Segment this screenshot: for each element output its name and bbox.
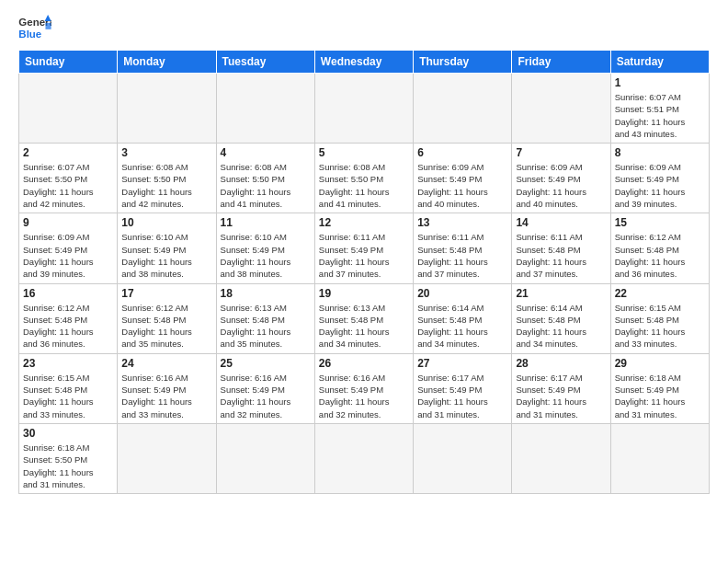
calendar-day-cell — [19, 74, 118, 144]
day-info: Sunrise: 6:10 AM Sunset: 5:49 PM Dayligh… — [121, 231, 211, 280]
calendar-day-cell — [414, 74, 512, 144]
calendar-day-cell — [512, 74, 610, 144]
calendar-week-row: 2Sunrise: 6:07 AM Sunset: 5:50 PM Daylig… — [19, 144, 710, 213]
day-number: 26 — [319, 357, 409, 370]
logo: General Blue — [18, 15, 51, 42]
calendar-day-cell: 17Sunrise: 6:12 AM Sunset: 5:48 PM Dayli… — [118, 283, 216, 353]
day-number: 27 — [417, 357, 507, 370]
day-number: 21 — [516, 287, 606, 300]
day-info: Sunrise: 6:12 AM Sunset: 5:48 PM Dayligh… — [121, 302, 211, 350]
page: General Blue SundayMondayTuesdayWednesda… — [0, 0, 728, 503]
day-number: 19 — [319, 287, 409, 300]
calendar-day-cell: 19Sunrise: 6:13 AM Sunset: 5:48 PM Dayli… — [314, 283, 413, 353]
day-info: Sunrise: 6:18 AM Sunset: 5:49 PM Dayligh… — [615, 372, 705, 420]
calendar-day-cell — [118, 423, 216, 493]
day-info: Sunrise: 6:15 AM Sunset: 5:48 PM Dayligh… — [23, 372, 113, 420]
weekday-header-row: SundayMondayTuesdayWednesdayThursdayFrid… — [19, 51, 710, 74]
calendar-day-cell: 11Sunrise: 6:10 AM Sunset: 5:49 PM Dayli… — [216, 213, 314, 283]
day-number: 28 — [516, 357, 606, 370]
calendar-day-cell: 30Sunrise: 6:18 AM Sunset: 5:50 PM Dayli… — [19, 423, 118, 493]
calendar-day-cell: 5Sunrise: 6:08 AM Sunset: 5:50 PM Daylig… — [314, 144, 413, 213]
svg-marker-3 — [45, 23, 51, 29]
calendar-day-cell — [118, 74, 216, 144]
day-number: 1 — [615, 76, 705, 89]
calendar-day-cell: 9Sunrise: 6:09 AM Sunset: 5:49 PM Daylig… — [19, 213, 118, 283]
calendar-day-cell: 7Sunrise: 6:09 AM Sunset: 5:49 PM Daylig… — [512, 144, 610, 213]
calendar-week-row: 9Sunrise: 6:09 AM Sunset: 5:49 PM Daylig… — [19, 213, 710, 283]
day-number: 3 — [121, 146, 211, 159]
calendar-week-row: 23Sunrise: 6:15 AM Sunset: 5:48 PM Dayli… — [19, 353, 710, 423]
day-number: 23 — [23, 357, 113, 370]
weekday-header-tuesday: Tuesday — [216, 51, 314, 74]
day-number: 14 — [516, 216, 606, 229]
day-number: 17 — [121, 287, 211, 300]
day-number: 22 — [615, 287, 705, 300]
weekday-header-monday: Monday — [118, 51, 216, 74]
calendar-day-cell: 21Sunrise: 6:14 AM Sunset: 5:48 PM Dayli… — [512, 283, 610, 353]
day-info: Sunrise: 6:18 AM Sunset: 5:50 PM Dayligh… — [23, 442, 113, 490]
weekday-header-saturday: Saturday — [610, 51, 709, 74]
day-info: Sunrise: 6:08 AM Sunset: 5:50 PM Dayligh… — [121, 161, 211, 210]
calendar-day-cell: 10Sunrise: 6:10 AM Sunset: 5:49 PM Dayli… — [118, 213, 216, 283]
calendar-day-cell — [216, 74, 314, 144]
day-info: Sunrise: 6:14 AM Sunset: 5:48 PM Dayligh… — [516, 302, 606, 350]
calendar-day-cell: 20Sunrise: 6:14 AM Sunset: 5:48 PM Dayli… — [414, 283, 512, 353]
day-number: 6 — [417, 146, 507, 159]
day-number: 9 — [23, 216, 113, 229]
day-number: 11 — [221, 216, 311, 229]
day-info: Sunrise: 6:13 AM Sunset: 5:48 PM Dayligh… — [221, 302, 311, 350]
calendar-day-cell: 27Sunrise: 6:17 AM Sunset: 5:49 PM Dayli… — [414, 353, 512, 423]
day-info: Sunrise: 6:10 AM Sunset: 5:49 PM Dayligh… — [221, 231, 311, 280]
day-number: 25 — [221, 357, 311, 370]
calendar-day-cell: 28Sunrise: 6:17 AM Sunset: 5:49 PM Dayli… — [512, 353, 610, 423]
calendar-day-cell: 1Sunrise: 6:07 AM Sunset: 5:51 PM Daylig… — [610, 74, 709, 144]
day-info: Sunrise: 6:12 AM Sunset: 5:48 PM Dayligh… — [615, 231, 705, 280]
calendar-day-cell — [610, 423, 709, 493]
day-info: Sunrise: 6:11 AM Sunset: 5:48 PM Dayligh… — [417, 231, 507, 280]
day-number: 20 — [417, 287, 507, 300]
calendar-day-cell: 13Sunrise: 6:11 AM Sunset: 5:48 PM Dayli… — [414, 213, 512, 283]
day-info: Sunrise: 6:16 AM Sunset: 5:49 PM Dayligh… — [319, 372, 409, 420]
header: General Blue — [18, 15, 710, 42]
day-number: 12 — [319, 216, 409, 229]
calendar-day-cell — [216, 423, 314, 493]
calendar-week-row: 1Sunrise: 6:07 AM Sunset: 5:51 PM Daylig… — [19, 74, 710, 144]
day-number: 16 — [23, 287, 113, 300]
day-number: 7 — [516, 146, 606, 159]
calendar-day-cell — [314, 74, 413, 144]
day-info: Sunrise: 6:16 AM Sunset: 5:49 PM Dayligh… — [221, 372, 311, 420]
day-info: Sunrise: 6:11 AM Sunset: 5:48 PM Dayligh… — [516, 231, 606, 280]
day-info: Sunrise: 6:09 AM Sunset: 5:49 PM Dayligh… — [417, 161, 507, 210]
calendar-day-cell: 23Sunrise: 6:15 AM Sunset: 5:48 PM Dayli… — [19, 353, 118, 423]
calendar-day-cell: 14Sunrise: 6:11 AM Sunset: 5:48 PM Dayli… — [512, 213, 610, 283]
day-info: Sunrise: 6:16 AM Sunset: 5:49 PM Dayligh… — [121, 372, 211, 420]
day-info: Sunrise: 6:09 AM Sunset: 5:49 PM Dayligh… — [23, 231, 113, 280]
day-info: Sunrise: 6:08 AM Sunset: 5:50 PM Dayligh… — [221, 161, 311, 210]
calendar-day-cell: 6Sunrise: 6:09 AM Sunset: 5:49 PM Daylig… — [414, 144, 512, 213]
logo-icon: General Blue — [18, 15, 51, 42]
weekday-header-thursday: Thursday — [414, 51, 512, 74]
calendar-day-cell: 8Sunrise: 6:09 AM Sunset: 5:49 PM Daylig… — [610, 144, 709, 213]
weekday-header-sunday: Sunday — [19, 51, 118, 74]
calendar-day-cell — [314, 423, 413, 493]
day-number: 15 — [615, 216, 705, 229]
day-number: 13 — [417, 216, 507, 229]
weekday-header-wednesday: Wednesday — [314, 51, 413, 74]
calendar-day-cell: 15Sunrise: 6:12 AM Sunset: 5:48 PM Dayli… — [610, 213, 709, 283]
calendar-week-row: 16Sunrise: 6:12 AM Sunset: 5:48 PM Dayli… — [19, 283, 710, 353]
day-info: Sunrise: 6:07 AM Sunset: 5:50 PM Dayligh… — [23, 161, 113, 210]
day-info: Sunrise: 6:08 AM Sunset: 5:50 PM Dayligh… — [319, 161, 409, 210]
day-info: Sunrise: 6:11 AM Sunset: 5:49 PM Dayligh… — [319, 231, 409, 280]
day-number: 8 — [615, 146, 705, 159]
day-number: 30 — [23, 427, 113, 440]
day-info: Sunrise: 6:15 AM Sunset: 5:48 PM Dayligh… — [615, 302, 705, 350]
day-info: Sunrise: 6:14 AM Sunset: 5:48 PM Dayligh… — [417, 302, 507, 350]
day-info: Sunrise: 6:17 AM Sunset: 5:49 PM Dayligh… — [417, 372, 507, 420]
day-number: 2 — [23, 146, 113, 159]
calendar-week-row: 30Sunrise: 6:18 AM Sunset: 5:50 PM Dayli… — [19, 423, 710, 493]
calendar-day-cell: 24Sunrise: 6:16 AM Sunset: 5:49 PM Dayli… — [118, 353, 216, 423]
calendar-day-cell: 26Sunrise: 6:16 AM Sunset: 5:49 PM Dayli… — [314, 353, 413, 423]
day-info: Sunrise: 6:09 AM Sunset: 5:49 PM Dayligh… — [615, 161, 705, 210]
calendar-day-cell: 29Sunrise: 6:18 AM Sunset: 5:49 PM Dayli… — [610, 353, 709, 423]
calendar-day-cell: 16Sunrise: 6:12 AM Sunset: 5:48 PM Dayli… — [19, 283, 118, 353]
